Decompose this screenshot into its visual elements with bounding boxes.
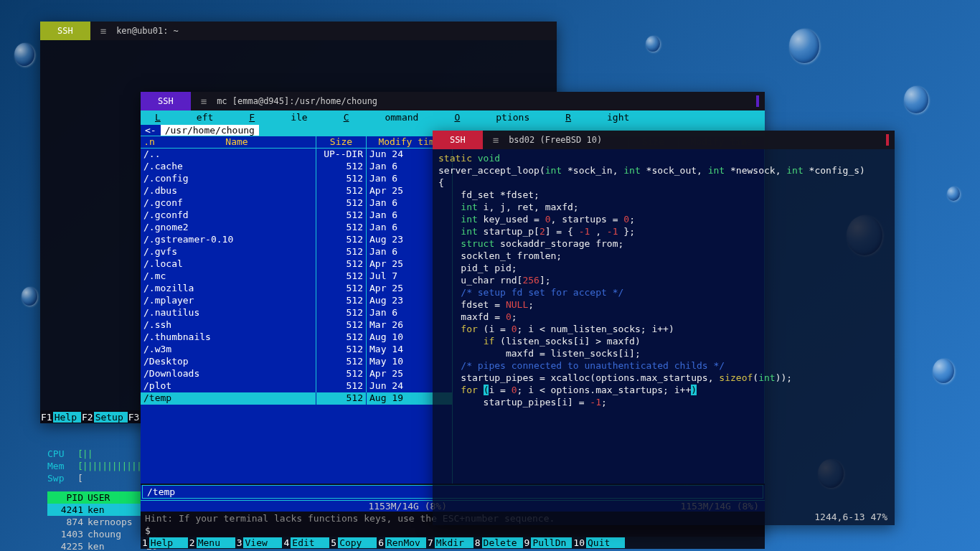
stripe: [886, 134, 889, 146]
droplet: [947, 187, 960, 201]
droplet: [14, 43, 34, 66]
menu-right[interactable]: Right: [565, 112, 629, 123]
code-line: maxfd = listen_socks[i];: [438, 347, 889, 359]
titlebar[interactable]: SSH ≡ ken@ubu01: ~: [40, 22, 557, 40]
fkey-help[interactable]: 1Help: [141, 536, 188, 549]
file-row[interactable]: /.gnome2512Jan 6: [141, 222, 452, 234]
droplet: [646, 36, 660, 52]
code-line: int startup_p[2] = { -1 , -1 };: [438, 225, 889, 237]
droplet: [22, 287, 37, 306]
code-line: int i, j, ret, maxfd;: [438, 201, 889, 213]
file-row[interactable]: /.gvfs512Jan 6: [141, 246, 452, 258]
droplet: [933, 359, 954, 383]
shell-prompt[interactable]: $: [141, 525, 765, 536]
fkey-quit[interactable]: 10Quit: [572, 536, 625, 549]
titlebar[interactable]: SSH ≡ bsd02 (FreeBSD 10): [433, 131, 895, 149]
code-line: /* setup fd set for accept */: [438, 286, 889, 298]
file-row[interactable]: /.thumbnails512Aug 10: [141, 331, 452, 344]
menu-icon[interactable]: ≡: [493, 134, 499, 146]
file-row[interactable]: /.nautilus512Jan 6: [141, 307, 452, 319]
window-title: mc [emma@d945]:/usr/home/choung: [217, 96, 377, 106]
code-line: for (i = 0; i < num_listen_socks; i++): [438, 323, 889, 335]
file-row[interactable]: /.mozilla512Apr 25: [141, 283, 452, 295]
file-row[interactable]: /.gconfd512Jan 6: [141, 209, 452, 222]
code-line: if (listen_socks[i] > maxfd): [438, 335, 889, 347]
code-line: static void: [438, 152, 889, 164]
col-pid[interactable]: PID: [49, 492, 88, 503]
code-line: /* pipes connected to unauthenticated ch…: [438, 359, 889, 372]
code-line: for (i = 0; i < options.max_startups; i+…: [438, 384, 889, 396]
file-row[interactable]: /.gstreamer-0.10512Aug 23: [141, 234, 452, 246]
file-row[interactable]: /.w3m512May 14: [141, 344, 452, 356]
window-vim: SSH ≡ bsd02 (FreeBSD 10) static voidserv…: [433, 131, 895, 525]
code-line: startup_pipes = xcalloc(options.max_star…: [438, 372, 889, 384]
fkey-edit[interactable]: 4Edit: [282, 536, 329, 549]
file-row[interactable]: /.cache512Jan 6: [141, 161, 452, 173]
menu-icon[interactable]: ≡: [100, 25, 106, 37]
code-line: startup_pipes[i] = -1;: [438, 396, 889, 408]
mc-left-panel[interactable]: .n Name Size Modify time /..UP--DIRJun 2…: [141, 136, 453, 484]
menu-file[interactable]: File: [249, 112, 307, 123]
menu-icon[interactable]: ≡: [201, 95, 207, 107]
col-name[interactable]: Name: [158, 136, 316, 148]
cpu-label: CPU: [47, 448, 77, 459]
stripe: [756, 95, 759, 107]
code-line: int key_used = 0, startups = 0;: [438, 213, 889, 225]
mem-label: Mem: [47, 461, 77, 471]
window-title: bsd02 (FreeBSD 10): [509, 135, 602, 145]
fkey-mkdir[interactable]: 7Mkdir: [426, 536, 473, 549]
fkey-delete[interactable]: 8Delete: [473, 536, 523, 549]
vim-status-line: 1244,6-13 47%: [814, 512, 887, 522]
code-line: socklen_t fromlen;: [438, 250, 889, 262]
file-row[interactable]: /Downloads512Apr 25: [141, 368, 452, 380]
code-line: u_char rnd[256];: [438, 274, 889, 286]
file-row[interactable]: /.ssh512Mar 26: [141, 319, 452, 331]
fkey-renmov[interactable]: 6RenMov: [377, 536, 426, 549]
col-size[interactable]: Size: [316, 136, 366, 148]
fkey-pulldn[interactable]: 9PullDn: [523, 536, 573, 549]
tab-ssh[interactable]: SSH: [40, 22, 90, 40]
menu-command[interactable]: Command: [344, 112, 419, 123]
code-line: server_accept_loop(int *sock_in, int *so…: [438, 164, 889, 176]
file-row[interactable]: /.mc512Jul 7: [141, 270, 452, 283]
menu-options[interactable]: Options: [454, 112, 529, 123]
window-title: ken@ubu01: ~: [116, 26, 179, 36]
file-row[interactable]: /.dbus512Apr 25: [141, 185, 452, 197]
file-row[interactable]: /.gconf512Jan 6: [141, 197, 452, 209]
code-line: maxfd = 0;: [438, 311, 889, 323]
fkey-menu[interactable]: 2Menu: [188, 536, 235, 549]
file-row[interactable]: /Desktop512May 10: [141, 356, 452, 368]
tab-ssh[interactable]: SSH: [433, 131, 483, 149]
file-row[interactable]: /temp512Aug 19: [141, 392, 452, 405]
code-line: {: [438, 176, 889, 189]
code-line: fdset = NULL;: [438, 298, 889, 311]
fkey-view[interactable]: 3View: [235, 536, 283, 549]
cpu-bar: [||: [77, 448, 92, 459]
file-row[interactable]: /.local512Apr 25: [141, 258, 452, 270]
fkey-setup[interactable]: F2Setup: [81, 410, 128, 423]
col-user[interactable]: USER: [88, 492, 146, 503]
panel-header: .n Name Size Modify time: [141, 136, 452, 149]
titlebar[interactable]: SSH ≡ mc [emma@d945]:/usr/home/choung: [141, 92, 765, 110]
code-editor[interactable]: static voidserver_accept_loop(int *sock_…: [433, 149, 895, 411]
droplet: [904, 86, 928, 113]
disk-stat-left: 1153M/14G (8%): [141, 500, 453, 512]
swp-label: Swp: [47, 473, 77, 484]
file-row[interactable]: /plot512Jun 24: [141, 380, 452, 392]
fkey-copy[interactable]: 5Copy: [329, 536, 377, 549]
file-row[interactable]: /.config512Jan 6: [141, 173, 452, 185]
mc-menubar[interactable]: LeftFileCommandOptionsRight: [141, 110, 765, 123]
file-row[interactable]: /..UP--DIRJun 24: [141, 149, 452, 161]
file-list[interactable]: /..UP--DIRJun 24/.cache512Jan 6/.config5…: [141, 149, 452, 405]
current-path[interactable]: /usr/home/choung: [161, 125, 259, 136]
mc-fkeys[interactable]: 1Help2Menu3View4Edit5Copy6RenMov7Mkdir8D…: [141, 536, 765, 549]
tab-ssh[interactable]: SSH: [141, 92, 191, 110]
droplet: [789, 29, 819, 63]
menu-left[interactable]: Left: [155, 112, 213, 123]
code-line: struct sockaddr_storage from;: [438, 237, 889, 250]
back-arrow-icon[interactable]: <-: [141, 125, 161, 136]
code-line: fd_set *fdset;: [438, 189, 889, 201]
file-row[interactable]: /.mplayer512Aug 23: [141, 295, 452, 307]
code-line: pid_t pid;: [438, 262, 889, 274]
fkey-help[interactable]: F1Help: [40, 410, 81, 423]
